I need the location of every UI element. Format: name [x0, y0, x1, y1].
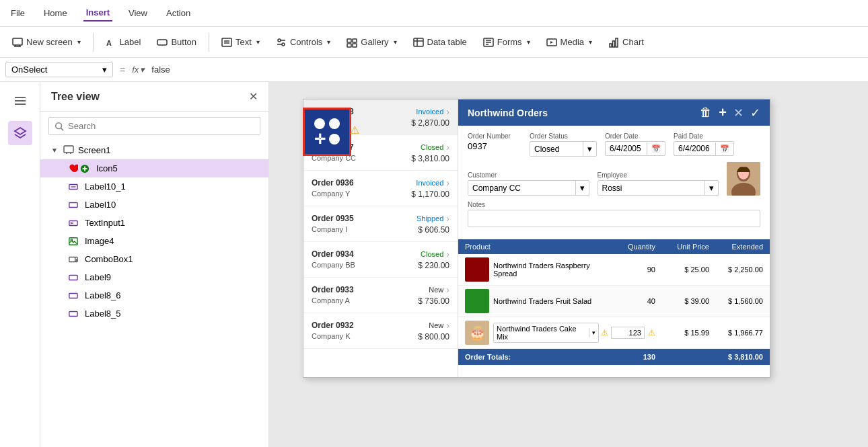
order-status-row-0937: Closed ›	[421, 142, 449, 153]
tree-item-label8-6[interactable]: Label8_6	[40, 286, 268, 304]
tree-item-label10-1[interactable]: Label10_1	[40, 177, 268, 196]
product-select-arrow-2[interactable]: ▾	[589, 328, 598, 337]
order-date-calendar-icon[interactable]: 📅	[647, 143, 665, 155]
property-selector[interactable]: OnSelect ▾	[5, 62, 113, 77]
svg-text:A: A	[106, 39, 112, 47]
order-item-0934[interactable]: Order 0934 Closed › Company BB $ 230.00	[303, 242, 458, 278]
tree-item-label9-label: Label9	[85, 272, 111, 282]
order-number-label: Order Number	[468, 132, 521, 140]
chart-button[interactable]: Chart	[602, 34, 651, 51]
qty-cell-2: ⚠	[608, 327, 655, 339]
product-name-2: Northwind Traders Cake Mix	[494, 323, 589, 342]
totals-row: Order Totals: 130 $ 3,810.00	[458, 349, 770, 365]
order-amount-0932: $ 800.00	[418, 332, 449, 341]
qty-input-2[interactable]	[611, 327, 645, 339]
tree-header: Tree view ✕	[40, 82, 268, 112]
controls-icon	[276, 37, 287, 48]
controls-button[interactable]: Controls ▾	[269, 34, 337, 51]
svg-rect-26	[613, 41, 615, 47]
svg-rect-17	[414, 38, 423, 46]
notes-field: Notes	[468, 201, 760, 227]
sidebar-menu-icon[interactable]	[8, 89, 32, 113]
tree-item-combobox1[interactable]: ComboBox1	[40, 250, 268, 268]
tree-item-label8-5[interactable]: Label8_5	[40, 304, 268, 323]
svg-rect-51	[69, 311, 77, 316]
customer-select[interactable]: Company CC ▾	[468, 180, 589, 196]
order-status-field: Order Status Closed ▾	[530, 132, 597, 157]
search-box	[48, 117, 260, 135]
svg-rect-15	[347, 44, 351, 47]
order-item-0935[interactable]: Order 0935 Shipped › Company I $ 606.50	[303, 206, 458, 242]
formula-input[interactable]: false	[149, 63, 863, 76]
tree-item-label9[interactable]: Label9	[40, 268, 268, 286]
cake-emoji: 🎂	[469, 325, 486, 341]
order-row-bottom-0936: Company Y $ 1,170.00	[312, 190, 449, 199]
paid-date-input[interactable]: 6/4/2006 📅	[674, 141, 734, 156]
gallery-button[interactable]: Gallery ▾	[340, 34, 403, 51]
order-status-0934: Closed	[421, 250, 443, 258]
menu-action[interactable]: Action	[164, 5, 193, 21]
chevron-0934: ›	[446, 249, 449, 259]
delete-button[interactable]: 🗑	[700, 106, 712, 120]
search-input[interactable]	[68, 121, 254, 131]
text-button[interactable]: Text ▾	[215, 34, 266, 51]
data-table-icon	[413, 37, 424, 48]
order-row-bottom-0934: Company BB $ 230.00	[312, 261, 449, 270]
order-item-0932[interactable]: Order 0932 New › Company K $ 800.00	[303, 313, 458, 349]
product-name-select-2[interactable]: Northwind Traders Cake Mix ▾	[493, 323, 599, 343]
media-button[interactable]: Media ▾	[540, 34, 599, 51]
new-screen-button[interactable]: New screen ▾	[5, 34, 87, 51]
paid-date-calendar-icon[interactable]: 📅	[715, 143, 733, 155]
icon-overlay[interactable]: ✛	[303, 108, 351, 156]
order-date-label: Order Date	[605, 132, 665, 140]
close-button[interactable]: ✕	[733, 106, 744, 120]
order-company-0933: Company A	[312, 296, 350, 306]
data-table-button[interactable]: Data table	[406, 34, 474, 51]
order-row-top-0936: Order 0936 Invoiced ›	[312, 177, 449, 188]
tree-item-textinput1[interactable]: TextInput1	[40, 214, 268, 232]
product-row-2: 🎂 Northwind Traders Cake Mix ▾ ⚠ ⚠	[458, 317, 770, 349]
add-button[interactable]: +	[719, 105, 727, 120]
chevron-0936: ›	[446, 177, 449, 188]
label-button[interactable]: A Label	[99, 34, 148, 51]
col-product: Product	[465, 243, 608, 251]
tree-item-image4[interactable]: Image4	[40, 232, 268, 250]
menu-insert[interactable]: Insert	[83, 5, 112, 22]
label-tree-icon-3	[69, 273, 78, 282]
detail-header: Northwind Orders 🗑 + ✕ ✓	[458, 99, 770, 126]
order-amount-0935: $ 606.50	[418, 225, 449, 235]
confirm-button[interactable]: ✓	[750, 106, 760, 120]
order-company-0932: Company K	[312, 332, 350, 341]
forms-button[interactable]: Forms ▾	[476, 34, 537, 51]
order-item-0936[interactable]: Order 0936 Invoiced › Company Y $ 1,170.…	[303, 171, 458, 206]
media-label: Media	[560, 37, 584, 47]
employee-select[interactable]: Rossi ▾	[598, 180, 719, 196]
order-company-0934: Company BB	[312, 261, 355, 270]
tree-item-icon5[interactable]: Icon5	[40, 159, 268, 177]
customer-value: Company CC	[468, 181, 575, 195]
tree-item-screen1[interactable]: ▼ Screen1	[40, 140, 268, 159]
customer-dropdown-icon[interactable]: ▾	[575, 181, 589, 195]
menu-home[interactable]: Home	[41, 5, 70, 21]
order-company-0936: Company Y	[312, 190, 350, 199]
order-status-dropdown-icon[interactable]: ▾	[583, 142, 596, 156]
menu-view[interactable]: View	[126, 5, 150, 21]
col-unit-price: Unit Price	[655, 243, 709, 251]
button-button[interactable]: Button	[150, 34, 203, 51]
chevron-0935: ›	[446, 213, 449, 224]
order-status-select[interactable]: Closed ▾	[530, 141, 597, 157]
data-table-label: Data table	[427, 37, 467, 47]
menu-file[interactable]: File	[8, 5, 28, 21]
employee-dropdown-icon[interactable]: ▾	[704, 181, 718, 195]
order-status-0938: Invoiced	[416, 108, 443, 116]
tree-item-label10[interactable]: Label10	[40, 196, 268, 214]
product-img-1	[465, 289, 489, 313]
sidebar-layers-icon[interactable]	[8, 121, 32, 145]
chevron-0937: ›	[446, 142, 449, 153]
tree-close-button[interactable]: ✕	[249, 90, 258, 103]
product-cell-1: Northwind Traders Fruit Salad	[465, 289, 608, 313]
order-item-0933[interactable]: Order 0933 New › Company A $ 736.00	[303, 278, 458, 313]
order-date-input[interactable]: 6/4/2005 📅	[605, 141, 665, 156]
notes-input[interactable]	[468, 210, 760, 227]
chevron-0932: ›	[446, 320, 449, 331]
